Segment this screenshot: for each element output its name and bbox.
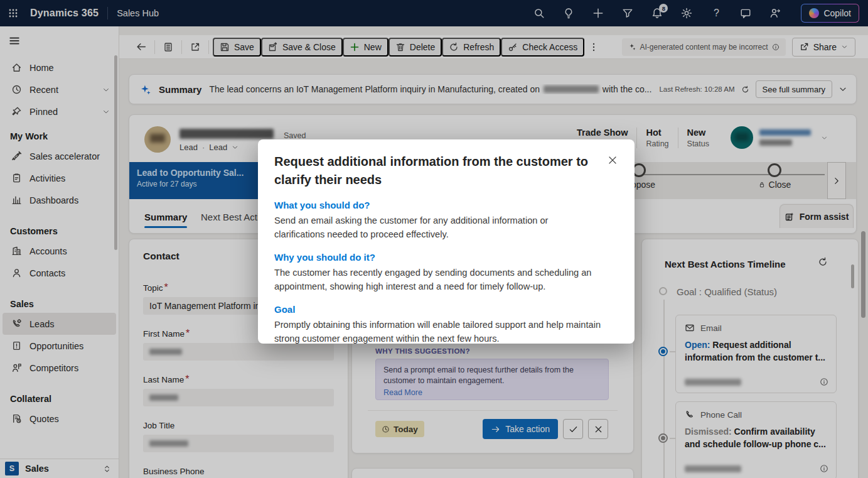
dialog-section-body: The customer has recently engaged by sen… (274, 266, 601, 293)
dialog-section-body: Send an email asking the customer for an… (274, 214, 601, 241)
suggestion-detail-dialog: Request additional information from the … (258, 139, 635, 344)
app-screen: Dynamics 365 Sales Hub 8 ? Copilot (0, 0, 868, 478)
dialog-section-heading: Why you should do it? (274, 252, 618, 263)
close-dialog-icon[interactable] (604, 152, 621, 168)
dialog-section-body: Promptly obtaining this information will… (274, 318, 601, 345)
dialog-section-heading: What you should do? (274, 200, 618, 210)
dialog-title: Request additional information from the … (274, 153, 591, 189)
dialog-section-heading: Goal (274, 304, 618, 315)
